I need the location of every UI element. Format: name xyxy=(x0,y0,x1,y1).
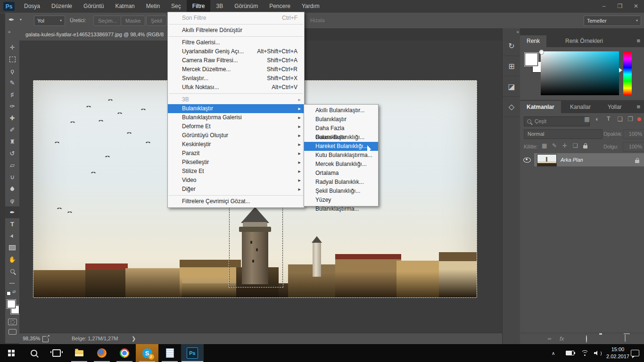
menu-item-deforme-et[interactable]: Deforme Et xyxy=(168,122,304,131)
filter-adjustment-layers-icon[interactable]: ◐ xyxy=(595,115,599,123)
lock-position-icon[interactable]: ✛ xyxy=(562,142,567,149)
tool-mode-dropdown[interactable]: Yol▾ xyxy=(34,16,65,26)
saturation-brightness-field[interactable] xyxy=(541,51,619,95)
submenu-item-yuzey-bulaniklastirma[interactable]: Yüzey Bulanıklaştırma... xyxy=(304,196,378,205)
move-tool-icon[interactable]: ✛ xyxy=(5,41,19,53)
battery-indicator[interactable] xyxy=(566,344,574,362)
quick-selection-tool-icon[interactable]: ✎ xyxy=(5,77,19,89)
swap-colors-icon[interactable]: ⇄ xyxy=(12,289,16,294)
3d-panel-icon[interactable]: ◇ xyxy=(503,97,520,117)
menu-item-camera-raw-filtresi[interactable]: Camera Raw Filtresi...Shift+Ctrl+A xyxy=(168,56,304,65)
brush-tool-icon[interactable]: ✐ xyxy=(5,124,19,136)
close-button[interactable]: ✕ xyxy=(628,0,644,12)
default-colors-icon[interactable] xyxy=(7,291,11,296)
pen-tool-icon[interactable]: ✒ xyxy=(5,206,19,218)
wifi-indicator[interactable] xyxy=(581,344,588,362)
submenu-item-ortalama[interactable]: Ortalama xyxy=(304,169,378,178)
eyedropper-tool-icon[interactable]: ✑ xyxy=(5,100,19,112)
styles-panel-icon[interactable]: ◪ xyxy=(503,76,520,97)
restore-button[interactable]: ❐ xyxy=(612,0,628,12)
layer-visibility-cell[interactable] xyxy=(520,153,535,166)
tab-yollar[interactable]: Yollar xyxy=(601,101,628,113)
layer-thumbnail[interactable] xyxy=(537,154,557,166)
taskbar-clock[interactable]: 15:002.02.2017 xyxy=(606,346,629,360)
menu-item-akilli-filtrelere-donustur[interactable]: Akıllı Filtrelere Dönüştür xyxy=(168,26,304,35)
submenu-item-mercek-bulanikligi[interactable]: Mercek Bulanıklığı... xyxy=(304,160,378,169)
lasso-tool-icon[interactable]: ϙ xyxy=(5,65,19,77)
lock-pixels-icon[interactable]: ✎ xyxy=(552,142,557,149)
menu-yardim[interactable]: Yardım xyxy=(296,0,325,13)
menu-item-ufuk-noktasi[interactable]: Ufuk Noktası...Alt+Ctrl+V xyxy=(168,83,304,92)
file-explorer-button[interactable] xyxy=(68,344,91,362)
filter-pixel-layers-icon[interactable]: ▦ xyxy=(584,115,590,123)
menu-sec[interactable]: Seç xyxy=(165,0,187,13)
menu-metin[interactable]: Metin xyxy=(140,0,165,13)
document-size-info[interactable]: Belge: 1,27M/1,27M xyxy=(72,336,118,341)
export-icon[interactable] xyxy=(42,336,49,342)
layer-name[interactable]: Arka Plan xyxy=(561,153,583,166)
path-selection-tool-icon[interactable]: ➤ xyxy=(5,230,19,242)
edit-toolbar-icon[interactable]: ••• xyxy=(5,277,19,289)
submenu-item-sekil-bulanikligi[interactable]: Şekil Bulanıklığı... xyxy=(304,187,378,196)
adjustment-layer-icon[interactable] xyxy=(586,336,587,342)
menu-item-mercek-duzeltme[interactable]: Mercek Düzeltme...Shift+Ctrl+R xyxy=(168,65,304,74)
menu-item-uyarlanabilir-genis-aci[interactable]: Uyarlanabilir Geniş Açı...Alt+Shift+Ctrl… xyxy=(168,47,304,56)
menu-item-sivilastir[interactable]: Sıvılaştır...Shift+Ctrl+X xyxy=(168,74,304,83)
menu-item-filtre-galerisi[interactable]: Filtre Galerisi... xyxy=(168,38,304,47)
task-view-button[interactable] xyxy=(45,344,68,362)
submenu-item-gauss-bulanikligi[interactable]: Gauss Bulanıklığı... xyxy=(304,133,378,142)
submenu-item-daha-fazla-bulaniklastir[interactable]: Daha Fazla Bulanıklaştır xyxy=(304,124,378,133)
layer-filter-search[interactable]: Çeşit xyxy=(524,116,590,126)
start-button[interactable] xyxy=(0,344,23,362)
type-tool-icon[interactable]: T xyxy=(5,218,19,230)
rectangular-marquee-tool-icon[interactable] xyxy=(5,53,19,65)
history-brush-tool-icon[interactable]: ↺ xyxy=(5,148,19,159)
panel-menu-icon[interactable]: ≡ xyxy=(636,37,640,44)
menu-gorunum[interactable]: Görünüm xyxy=(229,0,264,13)
screen-mode-button[interactable] xyxy=(8,329,17,335)
history-panel-icon[interactable]: ↻ xyxy=(503,36,520,56)
blur-tool-icon[interactable] xyxy=(5,183,19,195)
tab-kanallar[interactable]: Kanallar xyxy=(563,101,597,113)
menu-item-bulaniklastir[interactable]: Bulanıklaştır xyxy=(168,104,304,113)
filter-type-layers-icon[interactable]: T xyxy=(607,115,610,122)
expand-panels-icon[interactable]: « xyxy=(516,29,518,34)
menu-item-parazit[interactable]: Parazit xyxy=(168,149,304,158)
mask-button[interactable]: Maske xyxy=(121,16,145,26)
submenu-item-radyal-bulaniklik[interactable]: Radyal Bulanıklık... xyxy=(304,178,378,187)
menu-item-diger[interactable]: Diğer xyxy=(168,185,304,194)
minimize-button[interactable]: – xyxy=(596,0,612,12)
volume-indicator[interactable] xyxy=(594,344,602,362)
paint-bucket-tool-icon[interactable]: ∪ xyxy=(5,171,19,183)
tool-preset-chevron-icon[interactable]: ▾ xyxy=(20,17,22,22)
rectangle-shape-tool-icon[interactable] xyxy=(5,242,19,254)
tab-renk[interactable]: Renk xyxy=(520,35,546,47)
menu-item-filtrelere-cevrimici-gozat[interactable]: Filtrelere Çevrimiçi Gözat... xyxy=(168,197,304,206)
menu-dosya[interactable]: Dosya xyxy=(18,0,46,13)
chrome-button[interactable] xyxy=(113,344,136,362)
menu-duzenle[interactable]: Düzenle xyxy=(46,0,78,13)
skype-button[interactable]: S2 xyxy=(136,344,158,362)
submenu-item-kutu-bulaniklastirma[interactable]: Kutu Bulanıklaştırma... xyxy=(304,151,378,160)
layer-filter-toggle-icon[interactable] xyxy=(637,117,641,121)
menu-item-piksellestir[interactable]: Pikselleştir xyxy=(168,158,304,167)
menu-item-goruntuyu-olustur[interactable]: Görüntüyü Oluştur xyxy=(168,131,304,140)
hand-tool-icon[interactable]: ✋ xyxy=(5,254,19,265)
menu-katman[interactable]: Katman xyxy=(109,0,140,13)
lock-artboard-icon[interactable]: ❏ xyxy=(573,142,578,149)
delete-layer-icon[interactable] xyxy=(625,335,626,341)
panel-menu-icon[interactable]: ≡ xyxy=(636,103,640,110)
link-layers-icon[interactable]: ∞ xyxy=(548,336,552,341)
submenu-item-bulaniklastir[interactable]: Bulanıklaştır xyxy=(304,115,378,124)
notepad-button[interactable] xyxy=(158,344,181,362)
menu-pencere[interactable]: Pencere xyxy=(264,0,296,13)
menu-3b[interactable]: 3B xyxy=(210,0,229,13)
menu-item-keskinlestir[interactable]: Keskinleştir xyxy=(168,140,304,149)
action-center-button[interactable] xyxy=(631,344,639,362)
menu-item-stilize-et[interactable]: Stilize Et xyxy=(168,167,304,176)
layer-style-fx-icon[interactable]: fx xyxy=(560,336,564,342)
taskbar-search-button[interactable] xyxy=(23,344,45,362)
hue-slider-marker-icon[interactable] xyxy=(619,68,622,73)
blend-mode-dropdown[interactable]: Normal xyxy=(524,129,603,139)
crop-tool-icon[interactable]: ♯ xyxy=(5,89,19,100)
